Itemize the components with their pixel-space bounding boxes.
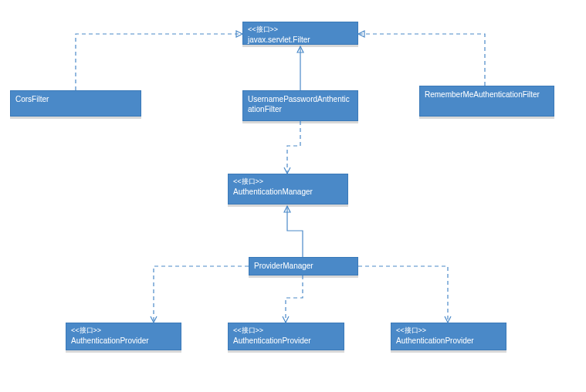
class-name: AuthenticationManager [233, 187, 343, 197]
class-name: AuthenticationProvider [396, 336, 501, 346]
box-authentication-manager: <<接口>> AuthenticationManager [228, 174, 348, 204]
edge-provider-to-authprovider2 [286, 275, 303, 323]
box-cors-filter: CorsFilter [10, 90, 141, 117]
class-name: javax.servlet.Filter [248, 35, 353, 45]
edge-provider-to-authprovider3 [358, 266, 448, 323]
stereotype-label: <<接口>> [233, 177, 343, 187]
box-auth-provider-3: <<接口>> AuthenticationProvider [391, 323, 506, 350]
box-provider-manager: ProviderManager [249, 257, 358, 275]
stereotype-label: <<接口>> [396, 326, 501, 336]
class-name: UsernamePasswordAnthenticationFilter [248, 94, 353, 114]
box-auth-provider-2: <<接口>> AuthenticationProvider [228, 323, 344, 350]
box-filter-interface: <<接口>> javax.servlet.Filter [242, 22, 358, 45]
stereotype-label: <<接口>> [71, 326, 176, 336]
class-name: RememberMeAuthenticationFilter [425, 90, 549, 100]
edge-remember-to-filter [358, 34, 485, 86]
box-auth-provider-1: <<接口>> AuthenticationProvider [66, 323, 181, 350]
edge-provider-to-authmanager [287, 206, 303, 257]
edge-cors-to-filter [76, 34, 242, 90]
class-name: CorsFilter [15, 94, 136, 104]
class-name: ProviderManager [254, 261, 353, 271]
stereotype-label: <<接口>> [233, 326, 339, 336]
box-remember-me-filter: RememberMeAuthenticationFilter [419, 86, 554, 117]
class-name: AuthenticationProvider [71, 336, 176, 346]
edge-provider-to-authprovider1 [154, 266, 249, 323]
box-username-password-filter: UsernamePasswordAnthenticationFilter [242, 90, 358, 121]
stereotype-label: <<接口>> [248, 25, 353, 35]
class-name: AuthenticationProvider [233, 336, 339, 346]
edge-username-to-authmanager [287, 121, 300, 174]
